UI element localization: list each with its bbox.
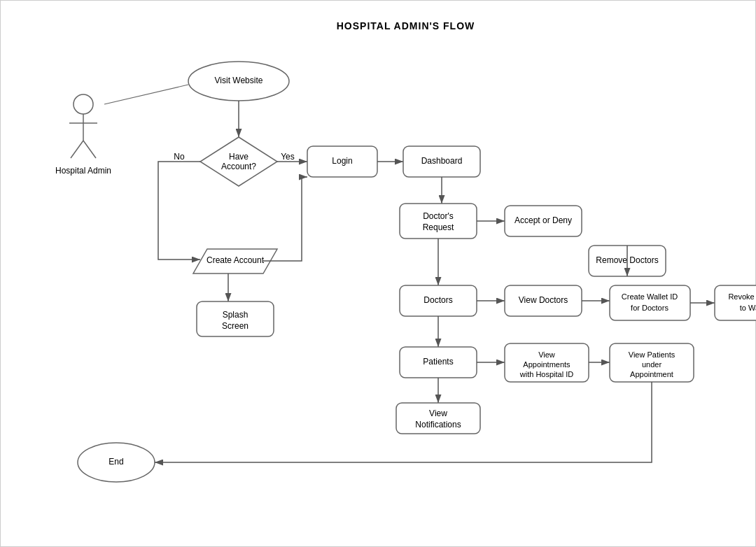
splash-screen-label: Splash <box>223 310 248 320</box>
revoke-access-label2: to Wallet <box>740 304 756 312</box>
revoke-access-label: Revoke Access <box>728 292 756 301</box>
create-account-label: Create Account <box>206 255 265 265</box>
doctors-label: Doctors <box>424 295 452 305</box>
view-doctors-label: View Doctors <box>519 295 568 305</box>
view-notifications-label2: Notifications <box>415 420 461 429</box>
svg-line-5 <box>83 141 96 158</box>
dashboard-label: Dashboard <box>421 156 463 166</box>
view-patients-label2: under <box>642 360 662 369</box>
yes-label: Yes <box>281 152 295 162</box>
view-notifications-label: View <box>429 409 447 418</box>
svg-line-39 <box>104 85 188 104</box>
view-appointments-label: View <box>538 350 555 359</box>
svg-point-1 <box>74 94 93 114</box>
view-patients-label: View Patients <box>629 350 676 359</box>
end-label: End <box>108 457 123 467</box>
create-wallet-label: Create Wallet ID <box>622 292 678 301</box>
svg-line-4 <box>71 141 83 158</box>
view-appointments-label3: with Hospital ID <box>519 370 573 378</box>
visit-website-label: Visit Website <box>215 76 263 85</box>
splash-screen-label2: Screen <box>222 321 248 331</box>
doctors-request-label2: Request <box>423 222 454 232</box>
create-wallet-label2: for Doctors <box>631 304 668 312</box>
no-label: No <box>174 152 185 162</box>
view-patients-label3: Appointment <box>630 370 673 378</box>
patients-label: Patients <box>423 357 453 367</box>
doctors-request-label: Doctor's <box>423 211 454 221</box>
view-appointments-label2: Appointments <box>523 360 570 369</box>
diagram-container: HOSPITAL ADMIN'S FLOW Hospital Admin Vis… <box>0 0 756 547</box>
login-label: Login <box>332 156 352 166</box>
accept-deny-label: Accept or Deny <box>514 215 572 225</box>
actor-label: Hospital Admin <box>55 166 111 176</box>
have-account-label2: Account? <box>221 162 256 171</box>
have-account-label: Have <box>229 152 248 162</box>
